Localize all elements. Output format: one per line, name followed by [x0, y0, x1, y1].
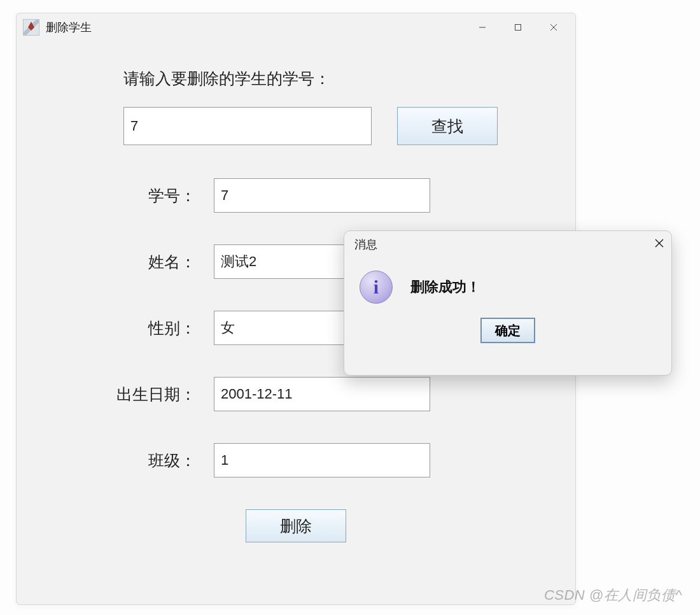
ok-button[interactable]: 确定 [480, 318, 535, 343]
titlebar: 删除学生 [17, 13, 575, 41]
dialog-close-button[interactable] [654, 237, 665, 252]
info-icon: i [360, 271, 393, 304]
dialog-body: i 删除成功！ [344, 258, 671, 309]
label-student-id: 学号： [55, 185, 214, 206]
label-birth: 出生日期： [55, 384, 214, 405]
row-class: 班级： 1 [55, 443, 537, 477]
label-gender: 性别： [55, 318, 214, 339]
prompt-label: 请输入要删除的学生的学号： [123, 68, 537, 89]
row-birth: 出生日期： 2001-12-11 [55, 377, 537, 411]
delete-row: 删除 [55, 509, 537, 542]
search-row: 7 查找 [123, 107, 537, 145]
delete-button[interactable]: 删除 [246, 509, 346, 542]
field-birth[interactable]: 2001-12-11 [214, 377, 430, 411]
field-class[interactable]: 1 [214, 443, 430, 477]
maximize-button[interactable] [500, 15, 536, 39]
dialog-title: 消息 [354, 237, 377, 252]
label-name: 姓名： [55, 251, 214, 272]
dialog-actions: 确定 [344, 309, 671, 343]
svg-rect-1 [515, 25, 521, 31]
search-button[interactable]: 查找 [397, 107, 498, 145]
close-button[interactable] [536, 15, 571, 39]
message-dialog: 消息 i 删除成功！ 确定 [344, 230, 672, 376]
dialog-titlebar: 消息 [344, 231, 671, 258]
app-icon [23, 19, 39, 36]
minimize-button[interactable] [465, 15, 500, 39]
watermark: CSDN @在人间负债^ [544, 586, 682, 605]
field-student-id[interactable]: 7 [214, 178, 430, 213]
label-class: 班级： [55, 450, 214, 471]
dialog-message: 删除成功！ [410, 278, 480, 297]
row-student-id: 学号： 7 [55, 178, 537, 213]
search-input[interactable]: 7 [123, 107, 372, 145]
window-title: 删除学生 [46, 20, 92, 35]
